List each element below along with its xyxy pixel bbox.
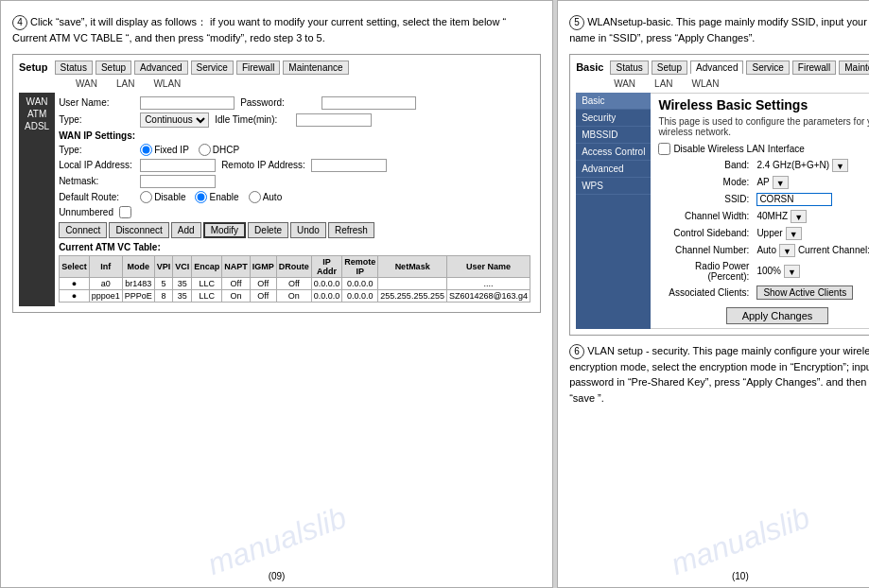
radio-power-label: Radio Power (Percent): — [658, 261, 753, 282]
wan-label: WAN — [26, 96, 48, 107]
default-route-label: Default Route: — [59, 192, 134, 202]
th-encap: Encap — [192, 255, 222, 277]
modify-btn[interactable]: Modify — [203, 222, 246, 238]
atm-table-title: Current ATM VC Table: — [59, 242, 530, 252]
refresh-btn[interactable]: Refresh — [328, 222, 374, 238]
radio-power-arrow[interactable]: ▼ — [784, 265, 800, 278]
control-sideband-value: Upper ▼ — [756, 227, 801, 240]
th-remoteip: Remote IP — [342, 255, 378, 277]
local-ip-label: Local IP Address: — [59, 160, 134, 170]
ssid-row: SSID: — [658, 193, 869, 206]
left-page: 4Click “save”, it will display as follow… — [0, 0, 553, 588]
nav-status[interactable]: Status — [55, 61, 93, 75]
sidebar-item-mbssid[interactable]: MBSSID — [576, 127, 651, 144]
remote-ip-label: Remoto IP Address: — [221, 160, 305, 170]
netmask-input[interactable] — [140, 175, 216, 188]
channel-number-value: Auto ▼ Current Channel:6 — [756, 244, 869, 257]
rnav-maintenance[interactable]: Maintenance — [839, 61, 869, 75]
sidebar-item-basic[interactable]: Basic — [576, 93, 651, 110]
page-num-right: (10) — [732, 571, 749, 581]
rnav-firewall[interactable]: Firewall — [792, 61, 836, 75]
username-label: User Name: — [59, 97, 134, 108]
ssid-input[interactable] — [756, 193, 832, 206]
nav-firewall[interactable]: Firewall — [236, 61, 280, 75]
username-row: User Name: Password: — [59, 96, 530, 110]
th-username: User Name — [446, 255, 530, 277]
page-num-left: (09) — [269, 571, 286, 581]
basic-desc: This page is used to configure the param… — [658, 116, 869, 137]
band-label: Band: — [658, 160, 753, 170]
rsubnav-lan: LAN — [654, 78, 672, 89]
auto-radio[interactable]: Auto — [249, 191, 283, 203]
enable-radio[interactable]: Enable — [195, 191, 238, 203]
unnumbered-label: Unnumbered — [59, 207, 113, 217]
associated-clients-label: Associated Clients: — [658, 287, 753, 298]
add-btn[interactable]: Add — [171, 222, 201, 238]
th-vci: VCI — [173, 255, 192, 277]
show-active-clients-btn[interactable]: Show Active Clients — [756, 285, 853, 300]
atm-label: ATM — [27, 109, 46, 119]
th-napt: NAPT — [222, 255, 251, 277]
basic-nav: Basic Status Setup Advanced Service Fire… — [576, 61, 869, 75]
sub-nav-right: WAN LAN WLAN — [614, 78, 869, 89]
band-arrow[interactable]: ▼ — [832, 159, 848, 172]
disconnect-btn[interactable]: Disconnect — [109, 222, 168, 238]
remote-ip-input[interactable] — [311, 159, 387, 172]
th-select: Select — [60, 255, 90, 277]
step6-num: 6 — [569, 344, 584, 359]
disable-radio[interactable]: Disable — [140, 191, 185, 203]
netmask-label: Netmask: — [59, 176, 134, 186]
watermark-left: manualslib — [202, 500, 350, 582]
th-droute: DRoute — [276, 255, 311, 277]
step6-text: VLAN setup - security. This page mainly … — [569, 345, 869, 404]
channel-number-arrow[interactable]: ▼ — [779, 244, 795, 257]
basic-title: Wireless Basic Settings — [658, 97, 869, 112]
basic-label: Basic — [576, 61, 603, 73]
rnav-status[interactable]: Status — [610, 61, 648, 75]
type-row: Type: Continuous Idle Time(min): — [59, 112, 530, 128]
dhcp-radio[interactable]: DHCP — [199, 144, 239, 156]
mode-arrow[interactable]: ▼ — [773, 176, 789, 189]
sidebar-item-wps[interactable]: WPS — [576, 178, 651, 195]
nav-advanced[interactable]: Advanced — [134, 61, 187, 75]
idle-time-input[interactable] — [296, 113, 372, 127]
band-row: Band: 2.4 GHz(B+G+N) ▼ — [658, 159, 869, 172]
disable-wlan-label[interactable]: Disable Wireless LAN Interface — [658, 143, 804, 155]
nav-maintenance[interactable]: Maintenance — [283, 61, 348, 75]
netmask-row: Netmask: — [59, 175, 530, 188]
ip-type-row: Type: Fixed IP DHCP — [59, 144, 530, 156]
rnav-advanced[interactable]: Advanced — [690, 61, 743, 74]
local-ip-input[interactable] — [140, 159, 216, 172]
nav-setup[interactable]: Setup — [96, 61, 131, 75]
wan-section: WAN ATM ADSL User Name: Password: Type: … — [19, 93, 534, 306]
type-select[interactable]: Continuous — [140, 112, 209, 128]
channel-number-row: Channel Number: Auto ▼ Current Channel:6 — [658, 244, 869, 257]
mode-row: Mode: AP ▼ — [658, 176, 869, 189]
apply-changes-btn[interactable]: Apply Changes — [726, 307, 829, 324]
channel-width-value: 40MHZ ▼ — [756, 210, 807, 223]
undo-btn[interactable]: Undo — [290, 222, 326, 238]
sideband-arrow[interactable]: ▼ — [786, 227, 802, 240]
wan-ip-label: WAN IP Settings: — [59, 130, 135, 141]
sidebar-item-access-control[interactable]: Access Control — [576, 144, 651, 161]
channel-width-arrow[interactable]: ▼ — [791, 210, 807, 223]
password-input[interactable] — [322, 96, 416, 110]
connect-btn[interactable]: Connect — [59, 222, 107, 238]
subnav-wan: WAN — [76, 78, 97, 89]
step5-num: 5 — [569, 15, 584, 30]
disable-wlan-checkbox[interactable] — [658, 143, 670, 155]
rnav-service[interactable]: Service — [746, 61, 789, 75]
sidebar-item-advanced[interactable]: Advanced — [576, 161, 651, 178]
nav-service[interactable]: Service — [191, 61, 234, 75]
default-route-row: Default Route: Disable Enable Auto — [59, 191, 530, 203]
username-input[interactable] — [140, 96, 235, 110]
basic-sidebar: Basic Security MBSSID Access Control Adv… — [576, 93, 651, 329]
delete-btn[interactable]: Delete — [248, 222, 288, 238]
rnav-setup[interactable]: Setup — [652, 61, 687, 75]
fixed-ip-radio[interactable]: Fixed IP — [140, 144, 189, 156]
sidebar-item-security[interactable]: Security — [576, 110, 651, 127]
subnav-wlan: WLAN — [153, 78, 181, 89]
radio-power-row: Radio Power (Percent): 100% ▼ — [658, 261, 869, 282]
unnumbered-checkbox[interactable] — [119, 206, 131, 218]
channel-width-row: Channel Width: 40MHZ ▼ — [658, 210, 869, 223]
